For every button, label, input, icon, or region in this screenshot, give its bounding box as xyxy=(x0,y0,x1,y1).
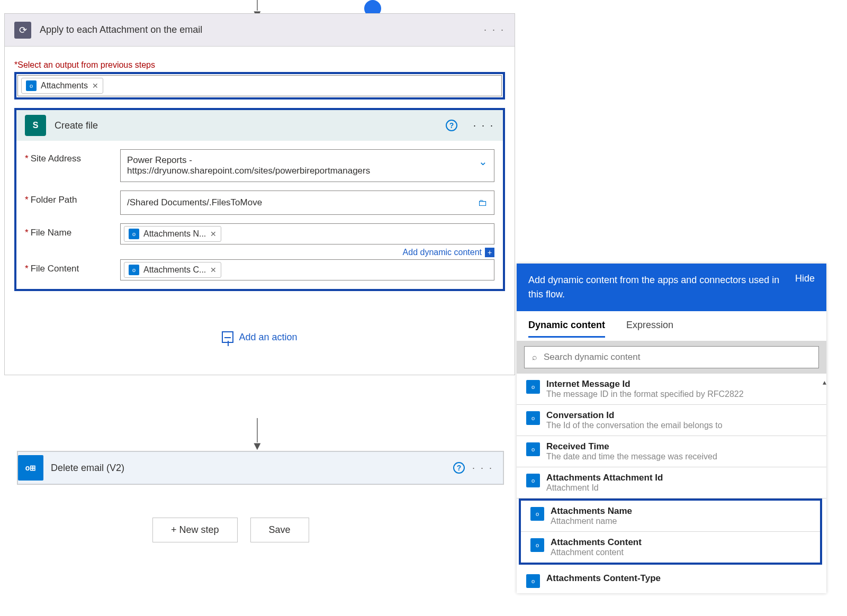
filecontent-token[interactable]: o Attachments C... ✕ xyxy=(124,262,221,278)
outlook-icon: o xyxy=(526,474,540,487)
file-content-label: *File Content xyxy=(25,259,120,274)
file-content-input[interactable]: o Attachments C... ✕ xyxy=(120,259,494,280)
list-item[interactable]: o Conversation Id The Id of the conversa… xyxy=(517,405,826,436)
loop-icon: ⟳ xyxy=(14,22,31,39)
site-address-dropdown[interactable]: Power Reports - https://dryunow.sharepoi… xyxy=(120,149,494,182)
folder-path-input[interactable]: /Shared Documents/.FilesToMove 🗀 xyxy=(120,191,494,215)
list-item[interactable]: o Attachments Content-Type xyxy=(517,568,826,593)
select-output-label: *Select an output from previous steps xyxy=(14,60,505,70)
dynamic-content-panel: Add dynamic content from the apps and co… xyxy=(517,264,826,593)
remove-token-icon[interactable]: ✕ xyxy=(210,230,217,238)
dynamic-content-list[interactable]: ▴ o Internet Message Id The message ID i… xyxy=(517,374,826,593)
filename-token[interactable]: o Attachments N... ✕ xyxy=(124,226,221,242)
save-button[interactable]: Save xyxy=(250,518,309,542)
sharepoint-icon: S xyxy=(25,115,46,136)
apply-to-each-header[interactable]: ⟳ Apply to each Attachment on the email … xyxy=(5,14,515,47)
outlook-icon: o xyxy=(526,442,540,456)
apply-to-each-title: Apply to each Attachment on the email xyxy=(40,24,475,35)
create-file-header[interactable]: S Create file ? · · · xyxy=(16,110,503,141)
list-item[interactable]: o Attachments Content Attachment content xyxy=(521,532,820,563)
list-item[interactable]: o Received Time The date and time the me… xyxy=(517,436,826,467)
dynamic-search-input[interactable]: ⌕ xyxy=(524,346,819,368)
select-output-input[interactable]: o Attachments ✕ xyxy=(17,75,502,96)
remove-token-icon[interactable]: ✕ xyxy=(210,266,217,274)
remove-token-icon[interactable]: ✕ xyxy=(92,81,98,90)
file-name-label: *File Name xyxy=(25,223,120,238)
outlook-icon: o xyxy=(526,574,540,588)
delete-email-card[interactable]: o⊞ Delete email (V2) ? · · · xyxy=(17,451,504,485)
outlook-icon: o xyxy=(526,380,540,394)
dynamic-search-field[interactable] xyxy=(544,352,811,363)
outlook-icon: o xyxy=(26,80,37,91)
help-icon[interactable]: ? xyxy=(446,120,457,131)
tab-dynamic-content[interactable]: Dynamic content xyxy=(528,320,605,338)
delete-email-title: Delete email (V2) xyxy=(51,463,445,474)
scroll-up-icon[interactable]: ▴ xyxy=(823,378,826,386)
apply-to-each-menu[interactable]: · · · xyxy=(484,24,505,35)
list-item[interactable]: o Attachments Attachment Id Attachment I… xyxy=(517,467,826,499)
create-file-title: Create file xyxy=(55,120,437,131)
add-action-icon xyxy=(222,331,233,343)
hide-panel-link[interactable]: Hide xyxy=(795,273,815,302)
outlook-icon: o xyxy=(530,507,544,521)
list-item[interactable]: o Internet Message Id The message ID in … xyxy=(517,374,826,405)
outlook-icon: o xyxy=(530,538,544,552)
plus-icon: + xyxy=(485,248,494,257)
file-name-input[interactable]: o Attachments N... ✕ xyxy=(120,223,494,244)
help-icon[interactable]: ? xyxy=(453,462,465,474)
outlook-icon: o xyxy=(129,265,139,275)
list-item[interactable]: o Attachments Name Attachment name xyxy=(521,501,820,532)
search-icon: ⌕ xyxy=(532,352,537,362)
outlook-icon: o⊞ xyxy=(18,455,43,481)
folder-picker-icon[interactable]: 🗀 xyxy=(478,197,488,209)
site-address-label: *Site Address xyxy=(25,149,120,164)
chevron-down-icon[interactable]: ⌄ xyxy=(479,155,488,168)
outlook-icon: o xyxy=(526,411,540,425)
create-file-card: S Create file ? · · · *Site Address Powe… xyxy=(14,108,505,291)
create-file-menu[interactable]: · · · xyxy=(473,120,494,131)
attachments-token[interactable]: o Attachments ✕ xyxy=(21,78,103,94)
dynamic-panel-header: Add dynamic content from the apps and co… xyxy=(528,273,785,302)
apply-to-each-card: ⟳ Apply to each Attachment on the email … xyxy=(4,13,515,375)
folder-path-label: *Folder Path xyxy=(25,191,120,205)
tab-expression[interactable]: Expression xyxy=(626,320,673,338)
new-step-button[interactable]: + New step xyxy=(152,518,238,542)
delete-email-menu[interactable]: · · · xyxy=(472,463,493,474)
add-dynamic-content-link[interactable]: Add dynamic content + xyxy=(120,248,494,257)
outlook-icon: o xyxy=(129,229,139,239)
add-action-link[interactable]: Add an action xyxy=(14,331,505,343)
